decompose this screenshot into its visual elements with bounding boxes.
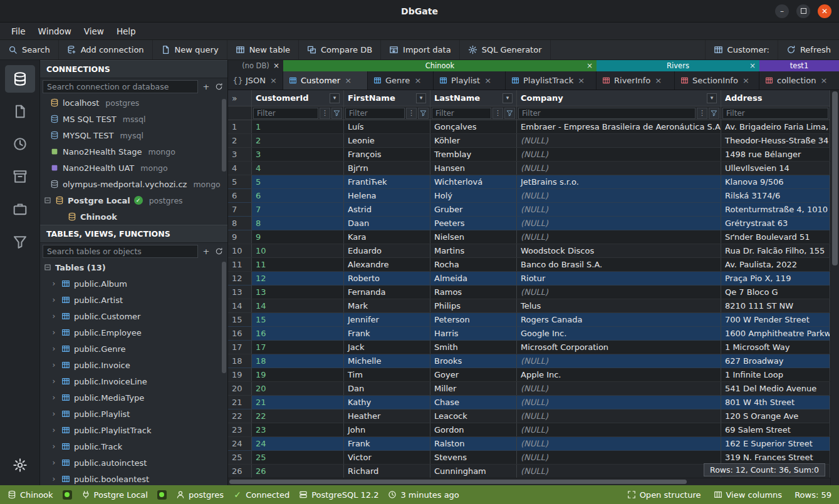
chevron-right-icon[interactable]: › <box>50 378 58 385</box>
tab-collection[interactable]: collection× <box>759 71 839 90</box>
grid-cell[interactable]: Dan <box>344 382 430 395</box>
grid-cell[interactable]: Daan <box>344 217 430 230</box>
horizontal-scrollbar-thumb[interactable] <box>229 480 687 484</box>
chevron-right-icon[interactable]: › <box>50 296 58 304</box>
grid-cell[interactable]: 1 Infinite Loop <box>721 368 830 381</box>
grid-cell[interactable]: 4 <box>228 162 252 175</box>
grid-cell[interactable]: Riotur <box>517 272 721 285</box>
grid-cell[interactable]: (NULL) <box>517 148 721 161</box>
filter-funnel-button[interactable] <box>709 108 719 119</box>
grid-cell[interactable]: Michelle <box>344 354 430 368</box>
close-icon[interactable]: × <box>269 76 278 85</box>
table-item[interactable]: ›public.Album <box>40 275 227 292</box>
table-row[interactable]: 1515JenniferPetersonRogers Canada700 W P… <box>228 313 830 327</box>
grid-cell[interactable]: (NULL) <box>517 382 721 395</box>
refresh-button[interactable] <box>212 80 225 93</box>
connection-item[interactable]: Postgre Local✓postgres <box>40 192 227 208</box>
grid-cell[interactable]: 18 <box>252 354 344 368</box>
grid-cell[interactable]: Tim <box>344 368 430 381</box>
tables-scrollbar[interactable] <box>222 262 226 373</box>
grid-cell[interactable]: Almeida <box>430 272 517 285</box>
chevron-right-icon[interactable]: › <box>50 280 58 287</box>
grid-cell[interactable]: 8 <box>252 217 344 230</box>
column-header-company[interactable]: Company▾ <box>517 90 721 106</box>
customer-button[interactable]: Customer: <box>705 40 778 59</box>
grid-cell[interactable]: 801 W 4th Street <box>721 396 830 409</box>
table-row[interactable]: 1111AlexandreRochaBanco do Brasil S.A.Av… <box>228 258 830 272</box>
grid-cell[interactable]: (NULL) <box>517 409 721 423</box>
table-row[interactable]: 99KaraNielsen(NULL)Sґnder Boulevard 51 <box>228 230 830 244</box>
column-header-address[interactable]: Address <box>721 90 830 106</box>
chevron-right-icon[interactable]: › <box>50 426 58 434</box>
grid-cell[interactable]: 25 <box>228 451 252 464</box>
table-row[interactable]: 2323JohnGordon(NULL)69 Salem Street <box>228 423 830 437</box>
grid-cell[interactable]: Holý <box>430 189 517 202</box>
grid-cell[interactable]: 16 <box>252 327 344 340</box>
status-view-columns[interactable]: View columns <box>714 490 783 500</box>
table-row[interactable]: 2222HeatherLeacock(NULL)120 S Orange Ave <box>228 409 830 423</box>
table-item[interactable]: ›public.Employee <box>40 324 227 341</box>
grid-cell[interactable]: 11 <box>252 258 344 271</box>
horizontal-scrollbar[interactable] <box>228 478 830 485</box>
status-chinook[interactable]: Chinook <box>8 490 53 500</box>
minus-box-icon[interactable] <box>44 264 51 271</box>
table-item[interactable]: ›public.PlaylistTrack <box>40 422 227 438</box>
grid-cell[interactable]: Leonie <box>344 134 430 147</box>
grid-cell[interactable]: Goyer <box>430 368 517 381</box>
grid-cell[interactable]: 319 N. Frances Street <box>721 451 830 464</box>
grid-cell[interactable]: 14 <box>252 299 344 312</box>
grid-cell[interactable]: Ralston <box>430 437 517 450</box>
chevron-right-icon[interactable]: › <box>50 475 58 483</box>
status-connected[interactable]: ✓Connected <box>233 490 289 500</box>
tab-genre[interactable]: Genre× <box>368 71 434 90</box>
grid-cell[interactable]: Nielsen <box>430 230 517 244</box>
grid-cell[interactable]: 24 <box>228 437 252 450</box>
chevron-right-icon[interactable]: › <box>50 394 58 401</box>
table-item[interactable]: ›public.MediaType <box>40 389 227 406</box>
grid-cell[interactable]: 10 <box>228 244 252 257</box>
close-icon[interactable]: × <box>749 62 756 69</box>
filter-kebab-button[interactable]: ⋮ <box>320 108 330 119</box>
grid-cell[interactable]: UllevІlsveien 14 <box>721 162 830 175</box>
grid-cell[interactable]: 1498 rue Bélanger <box>721 148 830 161</box>
grid-cell[interactable]: 24 <box>252 437 344 450</box>
rail-item-files[interactable] <box>5 98 35 125</box>
grid-cell[interactable]: 14 <box>228 299 252 312</box>
grid-cell[interactable]: 3 <box>252 148 344 161</box>
grid-cell[interactable]: Jennifer <box>344 313 430 326</box>
grid-cell[interactable]: (NULL) <box>517 189 721 202</box>
grid-cell[interactable]: Fernanda <box>344 285 430 299</box>
grid-cell[interactable]: 20 <box>252 382 344 395</box>
connection-item[interactable]: olympus-medportal.vychozi.czmongo <box>40 176 227 192</box>
connection-item[interactable]: MYSQL TESTmysql <box>40 127 227 143</box>
table-row[interactable]: 55FrantiЋekWichterlováJetBrains s.r.o.Kl… <box>228 175 830 189</box>
grid-cell[interactable]: François <box>344 148 430 161</box>
column-header-customerid[interactable]: CustomerId▾ <box>252 90 344 106</box>
grid-cell[interactable]: 15 <box>252 313 344 326</box>
grid-cell[interactable]: Wichterlová <box>430 175 517 188</box>
filter-funnel-button[interactable] <box>504 108 515 119</box>
maximize-button[interactable] <box>796 4 810 18</box>
grid-cell[interactable]: 2 <box>228 134 252 147</box>
grid-cell[interactable]: Cunningham <box>430 465 517 478</box>
grid-cell[interactable]: 1600 Amphitheatre Parkw <box>721 327 830 340</box>
grid-cell[interactable]: Frank <box>344 437 430 450</box>
grid-cell[interactable]: Helena <box>344 189 430 202</box>
connection-item[interactable]: localhostpostgres <box>40 95 227 111</box>
rail-item-connections[interactable] <box>5 65 35 93</box>
grid-cell[interactable]: Qe 7 Bloco G <box>721 285 830 299</box>
rail-item-filters[interactable] <box>5 228 35 255</box>
chevron-right-icon[interactable]: › <box>50 459 58 466</box>
tab-group--no-db-[interactable]: (no DB)× <box>228 60 283 71</box>
grid-cell[interactable]: 19 <box>228 368 252 381</box>
grid-cell[interactable]: 22 <box>252 409 344 423</box>
grid-cell[interactable]: Microsoft Corporation <box>517 341 721 354</box>
tab-group-test1[interactable]: test1 <box>759 60 839 71</box>
grid-cell[interactable]: Klanova 9/506 <box>721 175 830 188</box>
close-icon[interactable]: × <box>577 76 585 85</box>
chevron-right-icon[interactable]: › <box>50 443 58 450</box>
vertical-scrollbar-thumb[interactable] <box>832 91 838 265</box>
grid-cell[interactable]: Köhler <box>430 134 517 147</box>
grid-cell[interactable]: 9 <box>228 230 252 244</box>
vertical-scrollbar[interactable] <box>830 90 839 485</box>
